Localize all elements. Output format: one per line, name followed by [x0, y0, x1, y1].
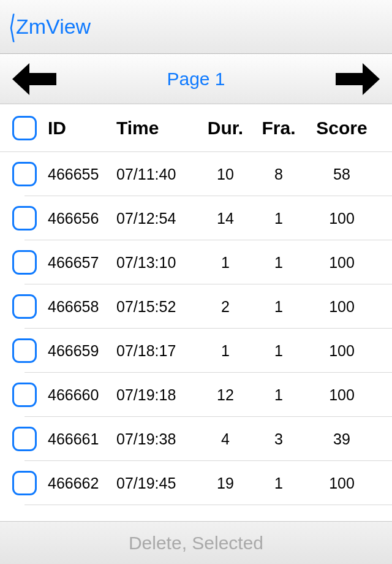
navigation-bar: ⟨ ZmView [0, 0, 392, 54]
row-checkbox[interactable] [12, 250, 37, 275]
row-divider [24, 505, 392, 505]
table-row[interactable]: 46665607/12:54141100 [0, 196, 392, 240]
cell-score: 100 [306, 298, 377, 316]
footer-toolbar: Delete, Selected [0, 521, 392, 564]
cell-time: 07/11:40 [116, 166, 200, 183]
cell-score: 100 [306, 210, 377, 227]
cell-duration: 10 [200, 166, 251, 183]
page-label: Page 1 [167, 69, 225, 90]
cell-score: 100 [306, 474, 377, 492]
cell-score: 100 [306, 386, 377, 404]
cell-frames: 1 [251, 386, 306, 404]
events-table: ID Time Dur. Fra. Score 46665507/11:4010… [0, 104, 392, 505]
next-page-button[interactable] [336, 63, 380, 95]
arrow-right-icon [336, 63, 380, 95]
cell-duration: 2 [200, 298, 251, 316]
cell-time: 07/15:52 [116, 298, 200, 316]
cell-time: 07/18:17 [116, 342, 200, 360]
select-all-checkbox[interactable] [12, 116, 37, 140]
cell-frames: 3 [251, 430, 306, 448]
table-row[interactable]: 46665907/18:1711100 [0, 329, 392, 373]
cell-id: 466658 [48, 298, 116, 316]
cell-time: 07/12:54 [116, 210, 200, 227]
cell-score: 100 [306, 254, 377, 272]
cell-frames: 1 [251, 298, 306, 316]
table-row[interactable]: 46665507/11:4010858 [0, 152, 392, 196]
pager-bar: Page 1 [0, 54, 392, 104]
column-header-frames: Fra. [251, 118, 306, 139]
cell-duration: 1 [200, 254, 251, 272]
row-checkbox[interactable] [12, 471, 37, 495]
cell-frames: 8 [251, 166, 306, 183]
column-header-id: ID [48, 118, 116, 139]
cell-frames: 1 [251, 210, 306, 227]
row-checkbox[interactable] [12, 294, 37, 319]
delete-selected-button[interactable]: Delete, Selected [129, 533, 263, 554]
row-checkbox[interactable] [12, 206, 37, 231]
table-row[interactable]: 46665807/15:5221100 [0, 284, 392, 329]
table-row[interactable]: 46666007/19:18121100 [0, 373, 392, 417]
cell-id: 466656 [48, 210, 116, 227]
previous-page-button[interactable] [12, 63, 56, 95]
row-checkbox[interactable] [12, 427, 37, 451]
cell-duration: 19 [200, 474, 251, 492]
cell-time: 07/13:10 [116, 254, 200, 272]
row-checkbox[interactable] [12, 383, 37, 407]
cell-score: 58 [306, 166, 377, 183]
cell-id: 466657 [48, 254, 116, 272]
cell-duration: 1 [200, 342, 251, 360]
arrow-left-icon [12, 63, 56, 95]
cell-id: 466655 [48, 166, 116, 183]
cell-id: 466660 [48, 386, 116, 404]
chevron-left-icon: ⟨ [9, 11, 16, 43]
table-row[interactable]: 46665707/13:1011100 [0, 240, 392, 284]
cell-duration: 14 [200, 210, 251, 227]
column-header-duration: Dur. [200, 118, 251, 139]
row-checkbox[interactable] [12, 338, 37, 363]
cell-id: 466661 [48, 430, 116, 448]
column-header-time: Time [116, 118, 200, 139]
cell-duration: 12 [200, 386, 251, 404]
cell-id: 466662 [48, 474, 116, 492]
row-checkbox[interactable] [12, 162, 37, 186]
cell-score: 39 [306, 430, 377, 448]
back-button[interactable]: ⟨ ZmView [6, 11, 91, 43]
table-row[interactable]: 46666207/19:45191100 [0, 461, 392, 505]
cell-frames: 1 [251, 474, 306, 492]
back-title: ZmView [16, 15, 91, 39]
cell-score: 100 [306, 342, 377, 360]
cell-time: 07/19:18 [116, 386, 200, 404]
cell-id: 466659 [48, 342, 116, 360]
column-header-score: Score [306, 118, 377, 139]
cell-time: 07/19:38 [116, 430, 200, 448]
cell-duration: 4 [200, 430, 251, 448]
cell-frames: 1 [251, 254, 306, 272]
table-header-row: ID Time Dur. Fra. Score [0, 104, 392, 152]
table-row[interactable]: 46666107/19:384339 [0, 417, 392, 461]
cell-time: 07/19:45 [116, 474, 200, 492]
cell-frames: 1 [251, 342, 306, 360]
